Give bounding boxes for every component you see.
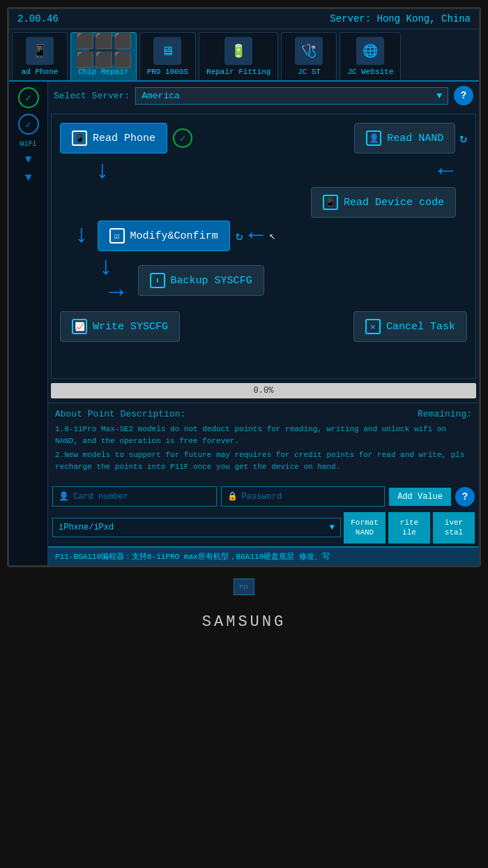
write-syscfg-button[interactable]: 📈 Write SYSCFG — [60, 311, 180, 342]
server-dropdown-icon: ▼ — [436, 91, 442, 101]
sidebar-dropdown-2[interactable]: ▼ — [25, 172, 32, 184]
write-syscfg-label: Write SYSCFG — [93, 321, 168, 333]
read-phone-icon: 📱 — [72, 130, 87, 146]
down-arrows-left: ↓ — [95, 159, 110, 184]
progress-bar: 0.0% — [51, 383, 476, 398]
card-help-button[interactable]: ? — [455, 487, 475, 507]
read-phone-checkmark: ✓ — [173, 128, 192, 148]
samsung-label: SAMSUNG — [202, 613, 286, 631]
backup-row: ↓ → ⬇ Backup SYSCFG — [60, 255, 467, 306]
card-row: 👤 Card number 🔒 Password Add Value ? — [52, 486, 475, 507]
left-sidebar: ✓ ✓ WiFi ▼ ▼ — [9, 82, 48, 565]
server-text: Server: Hong Kong, China — [330, 13, 471, 24]
card-number-placeholder: Card number — [73, 492, 128, 502]
workflow-row1: 📱 Read Phone ✓ 👤 Read NAND ↻ — [60, 123, 467, 154]
modify-row: ↓ ☑ Modify&Confirm ↻ ← ↖ — [60, 220, 467, 251]
tab-icon-repair-fitting: 🔋 — [224, 37, 252, 65]
tab-chip-repair[interactable]: ⬛⬛⬛⬛⬛⬛ Chip Repair — [70, 32, 137, 80]
add-value-button[interactable]: Add Value — [389, 488, 451, 506]
backup-syscfg-button[interactable]: ⬇ Backup SYSCFG — [138, 265, 264, 296]
modify-refresh-icon[interactable]: ↻ — [236, 228, 243, 244]
server-help-button[interactable]: ? — [454, 86, 473, 105]
tab-icon-pro1000s: 🖥 — [153, 37, 181, 65]
tab-icon-read-phone: 📱 — [26, 37, 54, 65]
indicator-box: P11 — [234, 578, 254, 595]
tab-jc-st[interactable]: 🩺 JC ST — [281, 32, 337, 80]
device-value: iPhxne/iPxd — [59, 523, 114, 532]
read-nand-refresh-icon[interactable]: ↻ — [459, 130, 467, 146]
card-icon: 👤 — [59, 491, 69, 502]
arrows-cluster: ↓ → — [88, 255, 124, 306]
right-arrow-1: → — [109, 280, 124, 306]
nav-tabs: 📱 ad Phone ⬛⬛⬛⬛⬛⬛ Chip Repair 🖥 PRO 1000… — [9, 29, 479, 82]
down-arrow-modify: ↓ — [74, 223, 89, 248]
cancel-task-label: Cancel Task — [386, 321, 455, 333]
read-device-code-label: Read Device code — [344, 197, 444, 209]
arrows-row1: ↓ ← — [60, 159, 467, 184]
server-select-dropdown[interactable]: America ▼ — [135, 87, 448, 105]
tab-jc-website[interactable]: 🌐 JC Website — [340, 32, 401, 80]
tab-repair-fitting[interactable]: 🔋 Repair Fitting — [199, 32, 278, 80]
server-value: America — [142, 91, 180, 101]
driver-install-button[interactable]: iverstal — [433, 512, 475, 544]
device-dropdown-icon: ▼ — [330, 523, 335, 532]
main-panel: Select Server: America ▼ ? 📱 Rea — [48, 82, 479, 565]
sidebar-dropdown-1[interactable]: ▼ — [25, 154, 32, 166]
password-field[interactable]: 🔒 Password — [221, 486, 386, 507]
desc-header-right: Remaining: — [418, 409, 472, 419]
status-ticker: P11-BGA110编程器：支持8-11PRO max所有机型，BGA110硬盘… — [48, 546, 479, 565]
modify-icon: ☑ — [109, 228, 125, 244]
read-phone-label: Read Phone — [93, 133, 155, 144]
desc-line1: 1.8-11Pro Max-SE2 models do not deduct p… — [55, 424, 472, 447]
card-number-field[interactable]: 👤 Card number — [52, 486, 217, 507]
sidebar-check-2: ✓ — [18, 114, 39, 135]
write-syscfg-icon: 📈 — [72, 319, 87, 334]
ticker-text: P11-BGA110编程器：支持8-11PRO max所有机型，BGA110硬盘… — [55, 553, 330, 561]
read-nand-group: 👤 Read NAND ↻ — [354, 123, 467, 154]
device-select[interactable]: iPhxne/iPxd ▼ — [52, 518, 341, 537]
tab-icon-jc-website: 🌐 — [356, 37, 384, 65]
sidebar-check-1: ✓ — [18, 87, 39, 108]
read-device-code-button[interactable]: 📱 Read Device code — [311, 187, 456, 218]
cancel-task-button[interactable]: ✕ Cancel Task — [353, 311, 467, 342]
tab-label-chip-repair: Chip Repair — [78, 68, 129, 76]
tab-label-read-phone: ad Phone — [22, 68, 59, 76]
screen: 2.00.46 Server: Hong Kong, China 📱 ad Ph… — [7, 7, 481, 567]
left-arrow-2: ← — [248, 223, 264, 248]
modify-confirm-button[interactable]: ☑ Modify&Confirm — [98, 220, 230, 251]
samsung-brand: SAMSUNG — [202, 599, 286, 638]
read-nand-button[interactable]: 👤 Read NAND — [354, 123, 455, 154]
read-nand-label: Read NAND — [387, 133, 443, 144]
indicator-text: P11 — [240, 584, 249, 590]
cancel-task-icon: ✕ — [365, 319, 381, 334]
version-text: 2.00.46 — [17, 13, 59, 24]
down-arrow-3: ↓ — [98, 255, 114, 280]
read-phone-group: 📱 Read Phone ✓ — [60, 123, 192, 154]
read-phone-button[interactable]: 📱 Read Phone — [60, 123, 167, 154]
cursor: ↖ — [269, 229, 276, 243]
app-layout: ✓ ✓ WiFi ▼ ▼ Select Server: America ▼ ? — [9, 82, 479, 565]
description-header: About Point Description: Remaining: — [55, 409, 472, 419]
left-arrow-1: ← — [438, 159, 453, 184]
bottom-row: iPhxne/iPxd ▼ FormatNAND riteile iversta… — [52, 512, 475, 544]
wifi-label: WiFi — [20, 140, 36, 148]
description-area: About Point Description: Remaining: 1.8-… — [48, 403, 479, 481]
monitor: 2.00.46 Server: Hong Kong, China 📱 ad Ph… — [0, 0, 488, 868]
tab-pro1000s[interactable]: 🖥 PRO 1000S — [139, 32, 196, 80]
tab-icon-chip-repair: ⬛⬛⬛⬛⬛⬛ — [89, 37, 117, 65]
password-placeholder: Password — [242, 492, 282, 502]
down-arrow-1: ↓ — [95, 159, 110, 184]
server-label: Select Server: — [54, 91, 130, 101]
tab-read-phone[interactable]: 📱 ad Phone — [12, 32, 68, 80]
read-nand-icon: 👤 — [366, 130, 381, 146]
format-nand-button[interactable]: FormatNAND — [344, 512, 386, 544]
write-file-button[interactable]: riteile — [388, 512, 430, 544]
status-bar: 2.00.46 Server: Hong Kong, China — [9, 9, 479, 29]
tab-label-pro1000s: PRO 1000S — [147, 68, 188, 76]
progress-text: 0.0% — [254, 386, 274, 396]
read-device-icon: 📱 — [323, 195, 338, 210]
down-arrow-2: ↓ — [74, 223, 89, 248]
password-icon: 🔒 — [227, 491, 238, 502]
desc-line2: 2.New models to support for future may r… — [55, 449, 472, 472]
workflow-row5: 📈 Write SYSCFG ✕ Cancel Task — [60, 311, 467, 342]
